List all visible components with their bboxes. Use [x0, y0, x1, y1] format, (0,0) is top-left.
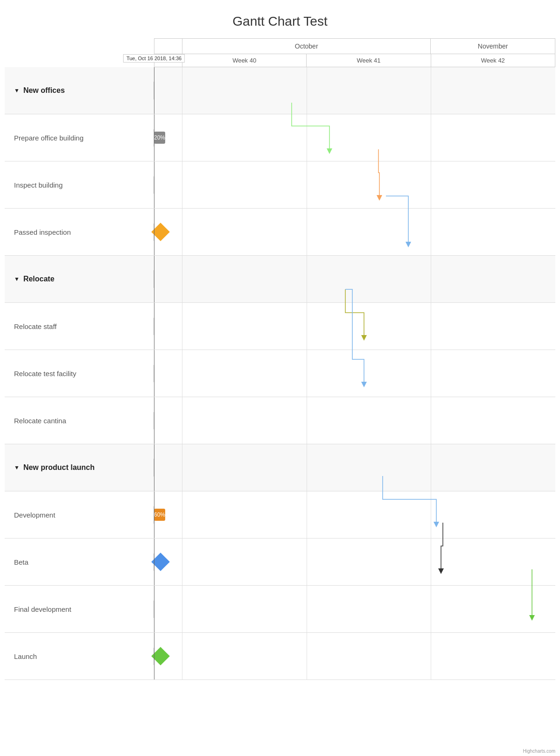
row-prepare-office: Prepare office building 20%: [5, 114, 555, 161]
grid-line-1: [182, 397, 182, 444]
grid-line-3: [431, 303, 431, 350]
label-launch: Launch: [5, 648, 154, 665]
week-row: W40 Week 40 Week 41 Week 42: [154, 54, 555, 67]
label-prepare-office: Prepare office building: [5, 129, 154, 147]
time-header: October November W40 Week 40 Week 41 Wee…: [154, 38, 555, 67]
week-40-label: Week 40: [182, 54, 307, 67]
grid-line-2: [307, 397, 307, 444]
grid-line-3: [431, 444, 431, 491]
label-relocate-cantina: Relocate cantina: [5, 412, 154, 429]
triangle-relocate: ▼: [14, 276, 20, 282]
week-41-label: Week 41: [307, 54, 431, 67]
today-line: [154, 586, 154, 632]
grid-line-1: [182, 539, 182, 585]
row-relocate: ▼ Relocate: [5, 256, 555, 303]
chart-passed-inspection: [154, 209, 555, 255]
today-line: [154, 209, 154, 255]
row-final-dev: Final development: [5, 586, 555, 633]
row-new-product: ▼ New product launch: [5, 444, 555, 491]
label-development: Development: [5, 506, 154, 524]
label-relocate-test: Relocate test facility: [5, 365, 154, 382]
grid-line-1: [182, 114, 182, 161]
grid-line-2: [307, 209, 307, 255]
grid-line-1: [182, 491, 182, 538]
grid-line-3: [431, 397, 431, 444]
today-line: [154, 491, 154, 538]
chart-beta: [154, 539, 555, 585]
today-line: [154, 303, 154, 350]
grid-line-3: [431, 161, 431, 208]
grid-line-3: [431, 67, 431, 114]
chart-development: 60%: [154, 491, 555, 538]
grid-line-3: [431, 539, 431, 585]
chart-relocate-cantina: [154, 397, 555, 444]
chart-title: Gantt Chart Test: [0, 0, 560, 38]
label-new-offices: ▼ New offices: [5, 82, 154, 99]
grid-line-2: [307, 256, 307, 302]
grid-line-2: [307, 350, 307, 397]
row-development: Development 60%: [5, 491, 555, 539]
triangle-new-product: ▼: [14, 464, 20, 471]
chart-body: ▼ New offices Tue, Oct 16 2018, 14:36 Pr…: [5, 67, 555, 680]
grid-line-3: [431, 256, 431, 302]
grid-line-2: [307, 67, 307, 114]
today-line: [154, 161, 154, 208]
label-inspect-building: Inspect building: [5, 176, 154, 194]
chart-header: October November W40 Week 40 Week 41 Wee…: [5, 38, 555, 67]
grid-line-3: [431, 209, 431, 255]
today-line: [154, 444, 154, 491]
today-label: Tue, Oct 16 2018, 14:36: [123, 54, 185, 63]
label-final-dev: Final development: [5, 601, 154, 618]
grid-line-1: [182, 444, 182, 491]
chart-container: October November W40 Week 40 Week 41 Wee…: [5, 38, 555, 680]
row-new-offices: ▼ New offices Tue, Oct 16 2018, 14:36: [5, 67, 555, 114]
month-row: October November: [154, 38, 555, 54]
row-beta: Beta: [5, 539, 555, 586]
grid-line-3: [431, 491, 431, 538]
week-42-label: Week 42: [431, 54, 555, 67]
today-line: Tue, Oct 16 2018, 14:36: [154, 67, 154, 114]
chart-prepare-office: 20%: [154, 114, 555, 161]
label-passed-inspection: Passed inspection: [5, 224, 154, 241]
label-beta: Beta: [5, 553, 154, 571]
chart-final-dev: [154, 586, 555, 632]
chart-relocate: [154, 256, 555, 302]
chart-launch: [154, 633, 555, 679]
row-passed-inspection: Passed inspection: [5, 209, 555, 256]
grid-line-2: [307, 444, 307, 491]
grid-line-1: [182, 633, 182, 679]
grid-line-3: [431, 633, 431, 679]
row-launch: Launch: [5, 633, 555, 680]
grid-line-2: [307, 491, 307, 538]
grid-line-1: [182, 350, 182, 397]
grid-line-3: [431, 114, 431, 161]
chart-new-offices: Tue, Oct 16 2018, 14:36: [154, 67, 555, 114]
row-relocate-test: Relocate test facility: [5, 350, 555, 397]
today-line: [154, 539, 154, 585]
grid-line-2: [307, 303, 307, 350]
month-w40: [154, 39, 182, 54]
row-relocate-cantina: Relocate cantina: [5, 397, 555, 444]
row-relocate-staff: Relocate staff: [5, 303, 555, 350]
grid-line-1: [182, 209, 182, 255]
chart-relocate-staff: [154, 303, 555, 350]
today-line: [154, 256, 154, 302]
label-relocate: ▼ Relocate: [5, 270, 154, 288]
grid-line-3: [431, 586, 431, 632]
grid-line-1: [182, 586, 182, 632]
grid-line-3: [431, 350, 431, 397]
triangle-new-offices: ▼: [14, 87, 20, 94]
month-october: October: [182, 39, 431, 54]
grid-line-2: [307, 586, 307, 632]
label-relocate-staff: Relocate staff: [5, 318, 154, 335]
chart-relocate-test: [154, 350, 555, 397]
chart-new-product: [154, 444, 555, 491]
today-line: [154, 114, 154, 161]
chart-inspect-building: [154, 161, 555, 208]
today-line: [154, 350, 154, 397]
label-spacer: [5, 38, 154, 67]
grid-line-1: [182, 67, 182, 114]
connector-prepare-inspect: [154, 114, 555, 161]
grid-line-2: [307, 633, 307, 679]
grid-line-2: [307, 539, 307, 585]
